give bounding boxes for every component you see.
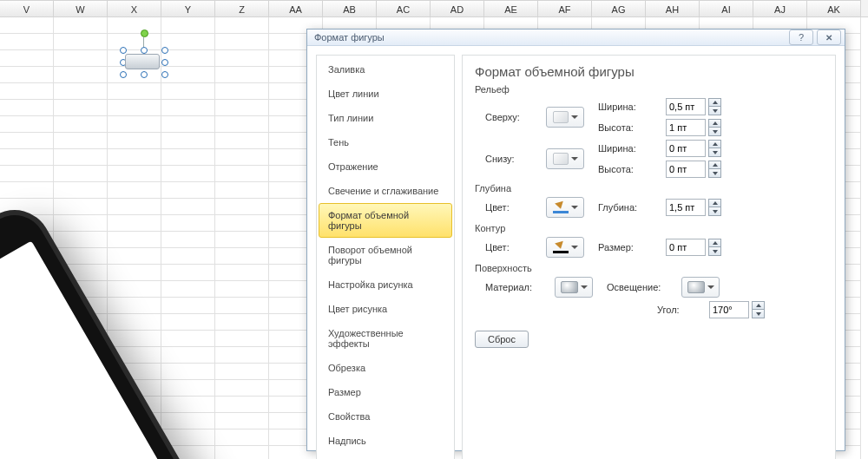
nav-item-7[interactable]: Поворот объемной фигуры <box>319 238 452 272</box>
nav-item-14[interactable]: Надпись <box>319 429 452 453</box>
page-title: Формат объемной фигуры <box>475 64 823 79</box>
column-header-AH[interactable]: AH <box>646 0 700 16</box>
format-shape-dialog: Формат фигуры ? ✕ ЗаливкаЦвет линииТип л… <box>306 29 845 451</box>
dialog-titlebar[interactable]: Формат фигуры ? ✕ <box>307 30 845 46</box>
label-height-top: Высота: <box>598 122 659 133</box>
column-header-AB[interactable]: AB <box>323 0 377 16</box>
column-header-V[interactable]: V <box>0 0 54 16</box>
label-top: Сверху: <box>485 112 537 122</box>
top-height-input[interactable] <box>666 119 706 136</box>
bottom-height-spin[interactable] <box>666 161 721 178</box>
nav-item-0[interactable]: Заливка <box>319 57 452 82</box>
section-depth-label: Глубина <box>475 183 823 193</box>
chevron-down-icon <box>571 246 578 249</box>
lighting-picker[interactable] <box>681 277 720 298</box>
label-material: Материал: <box>485 282 546 292</box>
nav-item-1[interactable]: Цвет линии <box>319 82 452 106</box>
label-depth-color: Цвет: <box>485 202 537 213</box>
rotate-handle-icon[interactable] <box>141 30 148 37</box>
depth-value-spin[interactable] <box>666 199 721 216</box>
spin-up-icon[interactable] <box>708 98 721 107</box>
column-header-AE[interactable]: AE <box>484 0 538 16</box>
label-bottom: Снизу: <box>485 154 537 164</box>
bottom-width-spin[interactable] <box>666 140 721 157</box>
column-header-Y[interactable]: Y <box>161 0 215 16</box>
lighting-sample-icon <box>687 281 705 293</box>
contour-size-input[interactable] <box>666 239 706 256</box>
nav-item-4[interactable]: Отражение <box>319 154 452 179</box>
label-lighting: Освещение: <box>607 282 673 292</box>
column-header-W[interactable]: W <box>54 0 108 16</box>
column-header-AF[interactable]: AF <box>538 0 592 16</box>
fill-bucket-icon <box>553 241 569 253</box>
depth-color-picker[interactable] <box>546 197 584 218</box>
material-picker[interactable] <box>555 277 593 298</box>
spin-down-icon[interactable] <box>708 107 721 115</box>
contour-color-picker[interactable] <box>546 237 584 258</box>
column-header-AD[interactable]: AD <box>431 0 484 16</box>
nav-item-3[interactable]: Тень <box>319 130 452 154</box>
dialog-title: Формат фигуры <box>314 32 786 43</box>
spin-up-icon[interactable] <box>708 119 721 128</box>
bevel-top-picker[interactable] <box>546 107 584 128</box>
close-icon[interactable]: ✕ <box>817 30 841 45</box>
column-header-AA[interactable]: AA <box>269 0 323 16</box>
chevron-down-icon <box>571 206 578 209</box>
label-width-bottom: Ширина: <box>598 143 659 154</box>
nav-item-13[interactable]: Свойства <box>319 404 452 429</box>
help-button[interactable]: ? <box>789 30 813 45</box>
side-nav: ЗаливкаЦвет линииТип линииТеньОтражениеС… <box>316 55 455 459</box>
bevel-bottom-sample-icon <box>553 153 569 165</box>
angle-spin[interactable] <box>709 301 765 318</box>
top-width-input[interactable] <box>666 98 706 115</box>
section-relief-label: Рельеф <box>475 84 823 95</box>
column-header-AI[interactable]: AI <box>700 0 753 16</box>
fill-bucket-icon <box>553 201 569 213</box>
top-width-spin[interactable] <box>666 98 721 115</box>
chevron-down-icon <box>707 285 714 289</box>
section-surface-label: Поверхность <box>475 263 823 273</box>
column-header-AC[interactable]: AC <box>377 0 431 16</box>
nav-item-5[interactable]: Свечение и сглаживание <box>319 179 452 203</box>
chevron-down-icon <box>571 115 578 119</box>
depth-value-input[interactable] <box>666 199 706 216</box>
nav-item-6[interactable]: Формат объемной фигуры <box>319 203 452 238</box>
angle-input[interactable] <box>709 301 749 318</box>
column-header-Z[interactable]: Z <box>215 0 269 16</box>
label-depth-value: Глубина: <box>598 202 657 213</box>
nav-item-9[interactable]: Цвет рисунка <box>319 297 452 321</box>
column-header-X[interactable]: X <box>108 0 161 16</box>
column-header-AG[interactable]: AG <box>592 0 646 16</box>
nav-item-10[interactable]: Художественные эффекты <box>319 321 452 356</box>
label-width-top: Ширина: <box>598 102 659 112</box>
nav-item-15[interactable]: Замещающий текст <box>319 453 452 459</box>
label-contour-size: Размер: <box>598 242 657 252</box>
label-angle: Угол: <box>657 305 700 315</box>
label-height-bottom: Высота: <box>598 164 659 174</box>
chevron-down-icon <box>571 157 578 161</box>
bevel-top-sample-icon <box>553 111 569 123</box>
material-sample-icon <box>561 281 578 293</box>
top-height-spin[interactable] <box>666 119 721 136</box>
section-contour-label: Контур <box>475 223 823 233</box>
bottom-width-input[interactable] <box>666 140 706 157</box>
nav-item-8[interactable]: Настройка рисунка <box>319 272 452 297</box>
bevel-bottom-picker[interactable] <box>546 148 584 169</box>
label-contour-color: Цвет: <box>485 242 537 252</box>
column-header-AK[interactable]: AK <box>807 0 861 16</box>
reset-button[interactable]: Сброс <box>475 331 529 348</box>
contour-size-spin[interactable] <box>666 239 721 256</box>
spin-down-icon[interactable] <box>708 128 721 136</box>
chevron-down-icon <box>581 285 588 289</box>
column-headers: VWXYZAAABACADAEAFAGAHAIAJAK <box>0 0 868 17</box>
nav-item-2[interactable]: Тип линии <box>319 106 452 130</box>
bottom-height-input[interactable] <box>666 161 706 178</box>
content-pane: Формат объемной фигуры Рельеф Сверху: Ши… <box>462 55 836 459</box>
column-header-AJ[interactable]: AJ <box>753 0 807 16</box>
nav-item-12[interactable]: Размер <box>319 380 452 404</box>
nav-item-11[interactable]: Обрезка <box>319 356 452 380</box>
